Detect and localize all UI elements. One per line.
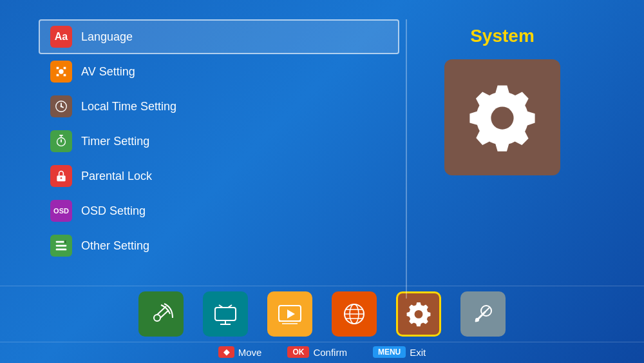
timer-icon <box>50 130 72 152</box>
globe-icon[interactable] <box>332 291 377 337</box>
menu-label-language: Language <box>81 30 133 44</box>
menu-label-osd: OSD Setting <box>81 204 146 218</box>
menu-label-timer: Timer Setting <box>81 135 149 148</box>
svg-line-34 <box>482 307 490 315</box>
status-bar: ◆ Move OK Confirm MENU Exit <box>0 342 644 362</box>
gear-image <box>467 82 538 153</box>
settings-icon[interactable] <box>396 291 441 337</box>
menu-panel: Aa Language AV Setting Local Time Settin… <box>39 19 399 279</box>
svg-point-8 <box>61 177 62 179</box>
move-label: Move <box>238 347 262 358</box>
menu-item-other[interactable]: Other Setting <box>39 228 399 263</box>
content-area: Aa Language AV Setting Local Time Settin… <box>0 0 644 286</box>
svg-point-14 <box>154 315 160 321</box>
main-container: Aa Language AV Setting Local Time Settin… <box>0 0 644 363</box>
menu-label-av: AV Setting <box>81 65 135 79</box>
menu-item-time[interactable]: Local Time Setting <box>39 89 399 124</box>
svg-point-4 <box>61 106 62 108</box>
time-icon <box>50 95 72 117</box>
move-badge: ◆ Move <box>218 346 262 358</box>
av-icon <box>50 61 72 83</box>
system-title: System <box>470 26 535 46</box>
svg-rect-11 <box>56 249 67 251</box>
menu-item-av[interactable]: AV Setting <box>39 54 399 89</box>
menu-item-timer[interactable]: Timer Setting <box>39 124 399 159</box>
menu-label: Exit <box>410 347 426 358</box>
menu-label-parental: Parental Lock <box>81 170 152 183</box>
menu-item-osd[interactable]: OSD OSD Setting <box>39 193 399 228</box>
osd-icon: OSD <box>50 200 72 222</box>
svg-rect-17 <box>215 308 236 320</box>
ok-badge: OK Confirm <box>287 346 347 358</box>
menu-item-language[interactable]: Aa Language <box>39 19 399 54</box>
right-panel: System <box>399 19 605 279</box>
other-icon <box>50 235 72 257</box>
menu-label-other: Other Setting <box>81 239 149 253</box>
lock-icon <box>50 165 72 187</box>
icon-row <box>0 286 644 342</box>
svg-rect-12 <box>64 240 67 244</box>
svg-point-35 <box>475 318 479 322</box>
svg-point-0 <box>59 69 63 74</box>
satellite-icon[interactable] <box>138 291 184 337</box>
tv-icon[interactable] <box>203 291 248 337</box>
ok-pill: OK <box>287 346 309 358</box>
lang-icon: Aa <box>50 26 72 48</box>
bottom-bar: ◆ Move OK Confirm MENU Exit <box>0 286 644 363</box>
menu-label-time: Local Time Setting <box>81 100 176 113</box>
menu-badge: MENU Exit <box>373 346 426 358</box>
menu-pill: MENU <box>373 346 406 358</box>
menu-item-parental[interactable]: Parental Lock <box>39 159 399 193</box>
svg-point-31 <box>415 310 423 319</box>
svg-rect-10 <box>56 245 67 247</box>
tools-icon[interactable] <box>460 291 506 337</box>
svg-marker-23 <box>287 309 295 319</box>
svg-point-13 <box>491 107 513 130</box>
ok-label: Confirm <box>313 347 347 358</box>
divider <box>406 19 407 299</box>
gear-box <box>444 59 560 175</box>
move-pill: ◆ <box>218 346 234 358</box>
media-icon[interactable] <box>267 291 312 337</box>
